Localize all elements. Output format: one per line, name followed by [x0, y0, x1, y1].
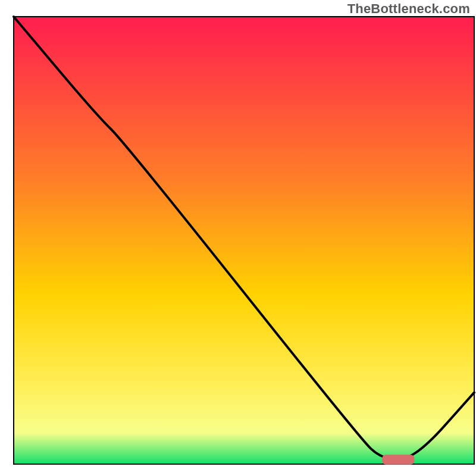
- plot-background: [14, 17, 474, 464]
- optimum-marker: [382, 455, 414, 465]
- bottleneck-chart: [0, 0, 476, 476]
- chart-stage: TheBottleneck.com: [0, 0, 476, 476]
